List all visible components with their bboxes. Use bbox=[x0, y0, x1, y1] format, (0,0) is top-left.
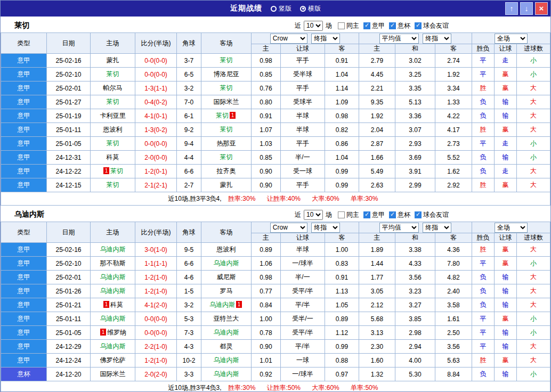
score-cell: 0-0(0-0) bbox=[135, 326, 177, 340]
checkbox-label: 同主 bbox=[346, 21, 359, 30]
away-team-name: 都灵 bbox=[220, 342, 233, 350]
result-text: 大 bbox=[530, 356, 537, 364]
match-row: 意杯24-12-20国际米兰2-0(2-0)3-3乌迪内斯0.92一/球半0.9… bbox=[1, 368, 550, 381]
date-cell: 25-02-01 bbox=[47, 271, 91, 284]
home-team-cell: 莱切 bbox=[91, 95, 135, 109]
handicap-result-cell: 输 bbox=[495, 95, 517, 109]
result-cell: 平 bbox=[472, 326, 495, 340]
col-header-score: 比分(半场) bbox=[135, 33, 177, 54]
goals-result-cell: 大 bbox=[517, 95, 550, 109]
match-count-select[interactable]: 10 bbox=[304, 21, 323, 31]
checkbox-icon[interactable] bbox=[415, 211, 422, 218]
checkbox-icon[interactable] bbox=[363, 211, 370, 218]
checkbox-icon[interactable] bbox=[389, 211, 396, 218]
subcol-avg-draw: 和 bbox=[395, 44, 435, 54]
filter-checkbox[interactable]: 同主 bbox=[338, 210, 359, 219]
filter-checkbox[interactable]: 意甲 bbox=[363, 210, 385, 219]
radio-icon[interactable] bbox=[300, 6, 306, 12]
avg-final-select[interactable]: 终指 bbox=[423, 34, 451, 44]
result-text: 走 bbox=[503, 167, 509, 175]
handicap-result-cell: 赢 bbox=[495, 81, 517, 95]
close-icon[interactable]: × bbox=[535, 2, 548, 15]
match-count-select[interactable]: 10 bbox=[304, 210, 323, 220]
home-team-name: 那不勒斯 bbox=[100, 259, 126, 267]
radio-icon[interactable] bbox=[271, 6, 277, 12]
radio-vertical-layout[interactable]: 竖版 bbox=[271, 4, 291, 13]
odds-final-select[interactable]: 终指 bbox=[311, 34, 340, 44]
league-cell: 意甲 bbox=[1, 257, 47, 271]
home-odds-cell: 0.84 bbox=[252, 298, 281, 312]
checkbox-icon[interactable] bbox=[338, 211, 345, 218]
home-team-cell: 那不勒斯 bbox=[91, 257, 135, 271]
avg-select[interactable]: 平均值 bbox=[379, 34, 419, 44]
avg-select[interactable]: 平均值 bbox=[379, 223, 419, 233]
home-team-name: 维罗纳 bbox=[107, 329, 126, 336]
avg-home-cell: 2.79 bbox=[359, 54, 395, 68]
recent-results-window: 近期战绩 竖版 横版 ↑ ↓ × 莱切 近 10 场 同主意甲意杯球会友谊 bbox=[0, 0, 551, 392]
away-team-cell: 威尼斯 bbox=[201, 271, 252, 284]
team-section-lecce: 莱切 近 10 场 同主意甲意杯球会友谊 类型 日期 主场 比分(半场) bbox=[1, 19, 550, 206]
scroll-down-button[interactable]: ↓ bbox=[520, 2, 533, 15]
avg-final-select[interactable]: 终指 bbox=[423, 223, 451, 233]
away-odds-cell: 0.99 bbox=[325, 178, 359, 192]
match-row: 意甲25-01-19卡利亚里4-1(0-1)6-1莱切10.91半球0.981.… bbox=[1, 109, 550, 123]
goals-result-cell: 小 bbox=[517, 326, 550, 340]
home-team-name: 乌迪内斯 bbox=[100, 342, 126, 350]
away-team-name: 莱切 bbox=[220, 56, 233, 64]
score-cell: 0-0(0-0) bbox=[135, 68, 177, 81]
checkbox-label: 意杯 bbox=[398, 210, 410, 219]
radio-horizontal-layout[interactable]: 横版 bbox=[300, 4, 321, 13]
result-cell: 平 bbox=[472, 137, 495, 151]
match-row: 意甲25-02-16蒙扎0-0(0-0)3-7莱切0.98平手0.912.793… bbox=[1, 54, 550, 68]
handicap-result-cell: 赢 bbox=[495, 178, 517, 192]
away-team-cell: 莱切 bbox=[201, 123, 252, 137]
filter-checkbox[interactable]: 意杯 bbox=[389, 21, 410, 30]
result-cell: 胜 bbox=[472, 243, 495, 257]
result-text: 大 bbox=[530, 342, 537, 350]
filter-checkbox[interactable]: 意杯 bbox=[389, 210, 410, 219]
home-odds-cell: 0.92 bbox=[252, 368, 281, 381]
filter-checkboxes: 同主意甲意杯球会友谊 bbox=[338, 210, 449, 219]
away-odds-cell: 1.13 bbox=[325, 284, 359, 298]
home-team-cell: 蒙扎 bbox=[91, 54, 135, 68]
score-cell: 2-0(2-0) bbox=[135, 368, 177, 381]
avg-draw-cell: 3.35 bbox=[395, 81, 435, 95]
checkbox-icon[interactable] bbox=[338, 22, 345, 29]
checkbox-label: 同主 bbox=[346, 210, 359, 219]
checkbox-icon[interactable] bbox=[363, 22, 370, 29]
score-cell: 2-2(1-0) bbox=[135, 340, 177, 354]
date-cell: 25-02-01 bbox=[47, 81, 91, 95]
away-odds-cell: 0.97 bbox=[325, 368, 359, 381]
filter-checkbox[interactable]: 意甲 bbox=[363, 21, 385, 30]
result-cell: 负 bbox=[472, 298, 495, 312]
result-text: 输 bbox=[503, 301, 509, 308]
bookmaker-select[interactable]: Crow bbox=[270, 223, 307, 233]
away-team-name: 莱切 bbox=[220, 153, 233, 161]
home-odds-cell: 1.07 bbox=[252, 123, 281, 137]
home-team-cell: 1莱切 bbox=[91, 165, 135, 178]
home-team-name: 国际米兰 bbox=[100, 370, 126, 378]
goals-result-cell: 小 bbox=[517, 137, 550, 151]
home-odds-cell: 1.01 bbox=[252, 354, 281, 368]
subcol-result: 胜负 bbox=[472, 44, 495, 54]
win-rate: 胜率:30% bbox=[228, 195, 255, 202]
result-group-header: 全场 bbox=[472, 33, 550, 44]
avg-draw-cell: 3.23 bbox=[395, 284, 435, 298]
bookmaker-select[interactable]: Crow bbox=[270, 34, 307, 44]
odds-final-select[interactable]: 终指 bbox=[311, 223, 340, 233]
subcol-result: 胜负 bbox=[472, 233, 495, 243]
filter-checkbox[interactable]: 球会友谊 bbox=[415, 210, 449, 219]
league-cell: 意甲 bbox=[1, 137, 47, 151]
away-odds-cell: 0.99 bbox=[325, 340, 359, 354]
scope-select[interactable]: 全场 bbox=[495, 223, 528, 233]
games-label: 场 bbox=[326, 210, 332, 219]
filter-checkbox[interactable]: 同主 bbox=[338, 21, 359, 30]
scope-select[interactable]: 全场 bbox=[495, 34, 528, 44]
filter-checkbox[interactable]: 球会友谊 bbox=[415, 21, 449, 30]
goals-result-cell: 小 bbox=[517, 312, 550, 326]
match-row: 意甲25-02-10莱切0-0(0-0)6-5博洛尼亚0.85受半球1.044.… bbox=[1, 68, 550, 81]
checkbox-icon[interactable] bbox=[389, 22, 396, 29]
scroll-up-button[interactable]: ↑ bbox=[505, 2, 518, 15]
avg-away-cell: 5.52 bbox=[435, 151, 472, 165]
checkbox-icon[interactable] bbox=[415, 22, 422, 29]
